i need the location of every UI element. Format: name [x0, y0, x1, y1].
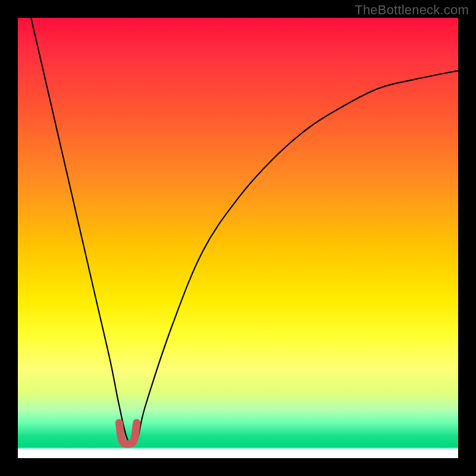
watermark-text: TheBottleneck.com: [355, 2, 469, 18]
optimal-marker-path: [119, 423, 137, 444]
bottleneck-curve-path: [31, 18, 458, 445]
plot-area: [18, 18, 458, 458]
chart-frame: TheBottleneck.com: [0, 0, 476, 476]
chart-svg: [18, 18, 458, 458]
